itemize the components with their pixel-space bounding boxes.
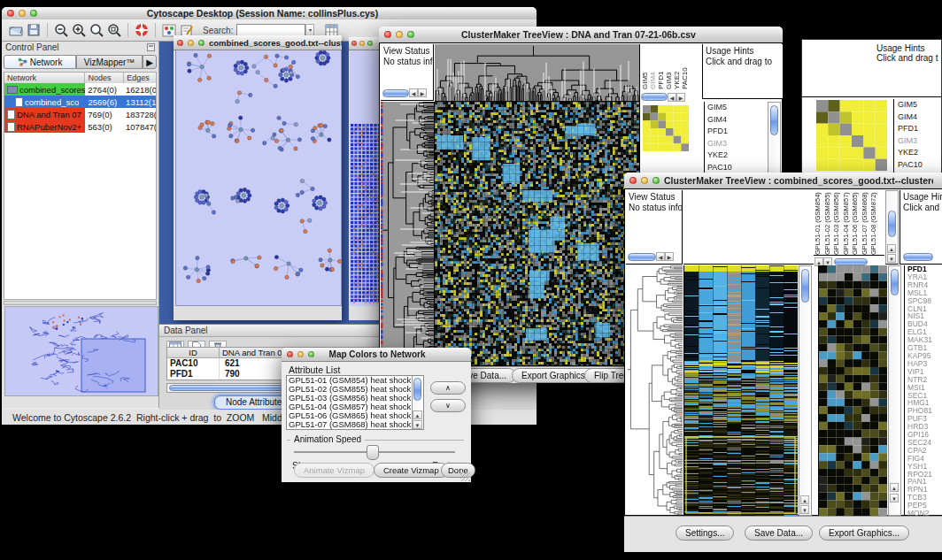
help-icon[interactable] [133, 22, 151, 39]
move-down-button[interactable]: ∨ [430, 399, 466, 412]
gene-label[interactable]: PAC10 [707, 162, 745, 174]
global-heatmap[interactable] [435, 102, 640, 365]
minimize-icon[interactable] [359, 41, 365, 46]
scrollbar-thumb[interactable] [891, 269, 899, 295]
gene-label[interactable]: GIM5 [707, 102, 745, 114]
array-label[interactable]: GPL51-07 (GSM868) [861, 191, 870, 255]
close-icon[interactable] [629, 177, 637, 184]
column-header-network[interactable]: Network [4, 73, 85, 83]
list-vscrollbar[interactable]: ▲ ▼ [412, 376, 423, 429]
zoom-fit-icon[interactable] [88, 22, 105, 39]
scroll-right-icon[interactable]: ▶ [676, 93, 685, 102]
close-icon[interactable] [287, 351, 293, 357]
array-dendrogram-area[interactable] [683, 190, 814, 265]
gene-label[interactable]: PFD1 [707, 126, 745, 138]
birdseye-view[interactable] [4, 306, 158, 396]
scroll-up-icon[interactable]: ▲ [887, 244, 896, 253]
settings-button[interactable]: Settings... [676, 525, 734, 541]
network-table-row[interactable]: combined_scores2764(0)16218(0) [4, 83, 156, 96]
attribute-list-item[interactable]: GPL51-07 (GSM868) heat shock 60 min [287, 420, 413, 429]
zoom-window-icon[interactable] [30, 10, 37, 17]
array-label[interactable]: GIM5 [641, 45, 649, 89]
tab-overflow-arrow[interactable]: ▶ [143, 55, 157, 69]
tab-vizmapper[interactable]: VizMapper™ [76, 55, 143, 69]
status-scrollbar[interactable]: ◀▶ [628, 252, 674, 261]
save-icon[interactable] [25, 22, 42, 39]
array-label[interactable]: GPL51-04 (GSM857) [842, 191, 852, 255]
minimize-icon[interactable] [19, 10, 26, 17]
attribute-list-item[interactable]: GPL51-02 (GSM855) heat shock 10 min [287, 385, 413, 394]
scroll-down-icon[interactable]: ▼ [887, 254, 896, 263]
open-icon[interactable] [7, 22, 25, 39]
tab-network[interactable]: Network [4, 55, 76, 69]
attribute-list-item[interactable]: GPL51-04 (GSM857) heat shock 20 min [287, 403, 413, 411]
gene-label[interactable]: PAC10 [898, 159, 942, 172]
float-panel-icon[interactable] [147, 43, 155, 51]
array-label[interactable]: YKE2 [673, 45, 681, 89]
attribute-list-item[interactable]: GPL51-03 (GSM856) heat shock 15 min [287, 394, 413, 403]
column-header-edges[interactable]: Edges [124, 73, 156, 83]
scroll-down-icon[interactable]: ▼ [800, 505, 809, 514]
gene-dendrogram[interactable] [626, 265, 683, 516]
network-table-row[interactable]: DNA and Tran 07769(0)183728(0) [4, 108, 156, 120]
status-scrollbar[interactable]: ◀▶ [382, 88, 427, 97]
gene-label[interactable]: YKE2 [898, 147, 942, 159]
column-header-nodes[interactable]: Nodes [85, 73, 124, 83]
zoom-vscrollbar[interactable]: ▲ ▼ [888, 265, 901, 516]
network-table-row[interactable]: RNAPuberNov2+563(0)107847(0) [4, 120, 156, 133]
network-view-titlebar[interactable]: combined_scores_good.txt--cluste... [174, 35, 342, 50]
scrollbar-thumb[interactable] [628, 253, 656, 261]
dialog-titlebar[interactable]: Map Colors to Network [282, 348, 471, 362]
treeview-combined-titlebar[interactable]: ClusterMaker TreeView : combined_scores_… [624, 173, 942, 189]
array-label[interactable]: GPL51-08 (GSM872) [869, 191, 879, 255]
panel-splitter[interactable] [4, 301, 157, 305]
treeview-dna-titlebar[interactable]: ClusterMaker TreeView : DNA and Tran 07-… [379, 27, 783, 43]
gene-label[interactable]: GIM3 [898, 135, 942, 148]
array-label[interactable]: GPL51-02 (GSM855) [823, 191, 833, 255]
scroll-right-icon[interactable]: ▶ [665, 252, 674, 261]
zoom-heatmap-matrix[interactable] [816, 100, 887, 171]
scroll-right-icon[interactable]: ▶ [418, 88, 427, 97]
zoom-heatmap-matrix[interactable] [643, 105, 689, 151]
main-titlebar[interactable]: Cytoscape Desktop (Session Name: collins… [2, 7, 537, 20]
zoom-heatmap[interactable] [818, 265, 887, 516]
gene-label[interactable]: MON2 [907, 510, 942, 516]
scrollbar-thumb[interactable] [770, 105, 778, 135]
attribute-list-item[interactable]: GPL51-01 (GSM854) heat shock 05 min [287, 376, 413, 385]
attribute-list-item[interactable]: GPL51-06 (GSM865) heat shock 40 min [287, 411, 413, 420]
resize-grip[interactable] [460, 472, 470, 481]
zoom-window-icon[interactable] [367, 41, 373, 46]
zoom-in-icon[interactable] [70, 22, 88, 39]
zoom-window-icon[interactable] [407, 31, 414, 38]
move-up-button[interactable]: ∧ [430, 381, 466, 395]
gene-label[interactable]: YKE2 [707, 150, 745, 162]
array-label[interactable]: GPL51-01 (GSM854) [814, 191, 823, 255]
scrollbar-thumb[interactable] [641, 93, 668, 101]
animate-vizmap-button[interactable]: Animate Vizmap [294, 463, 374, 478]
scroll-up-icon[interactable]: ▲ [890, 483, 899, 492]
network-canvas-2[interactable] [350, 37, 380, 306]
save-data-button[interactable]: Save Data... [745, 525, 813, 541]
labels-vscrollbar[interactable]: ▲ ▼ [885, 190, 899, 265]
array-label[interactable]: GIM3 [665, 45, 673, 89]
array-dendrogram[interactable] [435, 44, 640, 102]
array-label[interactable]: GIM4 [649, 45, 657, 89]
scroll-down-icon[interactable]: ▼ [890, 494, 899, 502]
array-label[interactable]: GPL51-03 (GSM856) [832, 191, 842, 255]
scroll-up-icon[interactable]: ▲ [800, 495, 809, 504]
scroll-left-icon[interactable]: ◀ [656, 252, 665, 261]
create-vizmap-button[interactable]: Create Vizmap [374, 463, 449, 478]
zoom-window-icon[interactable] [198, 40, 205, 46]
array-label[interactable]: PAC10 [681, 45, 689, 89]
close-icon[interactable] [351, 41, 357, 46]
network-table-row[interactable]: combined_sco2569(6)13112(15) [4, 96, 156, 108]
close-icon[interactable] [384, 31, 391, 38]
scroll-left-icon[interactable]: ◀ [409, 88, 418, 97]
gene-label[interactable]: GIM4 [898, 111, 942, 124]
scrollbar-thumb[interactable] [903, 253, 933, 261]
minimize-icon[interactable] [297, 351, 304, 357]
gene-label[interactable]: PFD1 [898, 123, 942, 135]
zoom-window-icon[interactable] [652, 177, 660, 184]
array-label[interactable]: GPL51-06 (GSM865) [851, 191, 861, 255]
zoom-out-icon[interactable] [52, 22, 70, 39]
